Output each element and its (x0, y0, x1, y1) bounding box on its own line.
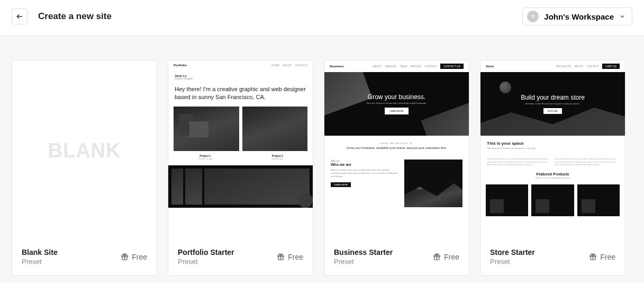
mini-brand: Store (486, 65, 494, 68)
mini-products (480, 181, 625, 216)
mini-columns: Lorem ipsum dolor sit amet, consectetur … (480, 155, 625, 167)
template-preview: Store PRODUCTSABOUTCONTACT CART (0) Buil… (480, 60, 625, 241)
template-price: Free (589, 248, 615, 266)
mini-project-caption: Project 2Web Design (271, 154, 283, 160)
mini-nav-cta: CONTACT US (440, 64, 464, 69)
card-footer: Store Starter Preset Free (480, 241, 625, 275)
arrow-left-icon (16, 13, 23, 20)
template-card-store[interactable]: Store PRODUCTSABOUTCONTACT CART (0) Buil… (480, 60, 625, 276)
template-price: Free (121, 248, 147, 266)
mini-image (404, 160, 462, 207)
gift-icon (277, 253, 285, 261)
mini-hero-cta: EXPLORE (543, 108, 562, 114)
template-card-blank[interactable]: BLANK Blank Site Preset Free (12, 60, 157, 276)
price-label: Free (600, 253, 615, 261)
template-card-business[interactable]: Business ABOUTSERVICETEAMPRICINGCONTACT … (324, 60, 469, 276)
template-title: Business Starter (334, 248, 393, 257)
template-preview: Portfolio HOMEABOUTCONTACT Jane Lo Produ… (168, 60, 313, 241)
mini-hero-sub: A simple, intuitive Ecommerce template t… (525, 102, 580, 105)
mini-hero: Grow your business. Give your business a… (324, 72, 469, 136)
blank-label: BLANK (12, 60, 157, 241)
workspace-name: John's Workspace (544, 12, 614, 21)
gift-icon (589, 253, 597, 261)
mini-headline: Hey there! I'm a creative graphic and we… (168, 83, 313, 107)
template-subtitle: Preset (22, 258, 58, 266)
mini-nav: HOMEABOUTCONTACT (271, 64, 307, 67)
mini-nav-cta: CART (0) (602, 64, 620, 69)
template-card-portfolio[interactable]: Portfolio HOMEABOUTCONTACT Jane Lo Produ… (168, 60, 313, 276)
mini-section: This is your space Talk about your busin… (480, 136, 625, 155)
mini-hero: Build your dream store A simple, intuiti… (480, 72, 625, 136)
template-preview: Business ABOUTSERVICETEAMPRICINGCONTACT … (324, 60, 469, 241)
card-footer: Business Starter Preset Free (324, 241, 469, 275)
mini-hero-cta: LEARN MORE (385, 108, 408, 114)
template-subtitle: Preset (490, 258, 535, 266)
template-preview: BLANK (12, 60, 157, 241)
mini-hero-title: Build your dream store (521, 94, 585, 101)
mini-hero-sub: Give your business a boost with a beauti… (367, 102, 427, 104)
mini-brand: Portfolio (174, 64, 187, 67)
mini-project-image (242, 107, 308, 151)
template-subtitle: Preset (178, 258, 234, 266)
workspace-avatar (527, 11, 539, 22)
template-title: Portfolio Starter (178, 248, 234, 257)
template-gallery: BLANK Blank Site Preset Free Portfolio H… (0, 36, 644, 283)
price-label: Free (132, 253, 147, 261)
mini-mid: WHAT WE BELIEVE IN Grow your business, e… (324, 136, 469, 156)
mini-brand: Business (330, 65, 344, 68)
topbar: Create a new site John's Workspace (0, 0, 644, 36)
template-title: Blank Site (22, 248, 58, 257)
back-button[interactable] (12, 8, 28, 24)
mini-nav: PRODUCTSABOUTCONTACT (556, 65, 599, 68)
x-circle-icon (529, 13, 537, 20)
mini-nav: ABOUTSERVICETEAMPRICINGCONTACT (373, 65, 437, 68)
mini-project-caption: Project 1Graphic Design (198, 154, 213, 160)
price-label: Free (288, 253, 303, 261)
template-title: Store Starter (490, 248, 535, 257)
template-price: Free (277, 248, 303, 266)
page-title: Create a new site (38, 11, 112, 22)
mini-hero-title: Grow your business. (368, 93, 425, 101)
chevron-down-icon (619, 13, 625, 20)
gift-icon (121, 253, 129, 261)
mini-featured: Featured Products Check out new and popu… (480, 167, 625, 181)
moon-icon (500, 82, 511, 93)
gift-icon (433, 253, 441, 261)
card-footer: Blank Site Preset Free (12, 241, 157, 275)
card-footer: Portfolio Starter Preset Free (168, 241, 313, 275)
template-subtitle: Preset (334, 258, 393, 266)
price-label: Free (444, 253, 459, 261)
mini-project-image (174, 107, 239, 151)
template-price: Free (433, 248, 459, 266)
workspace-selector[interactable]: John's Workspace (522, 7, 632, 25)
topbar-left: Create a new site (12, 8, 112, 24)
mini-who: ABOUT Who we are Nulla vel sodales tellu… (324, 156, 469, 207)
mini-strip (168, 165, 313, 208)
mini-role: Product Designer (175, 77, 306, 80)
